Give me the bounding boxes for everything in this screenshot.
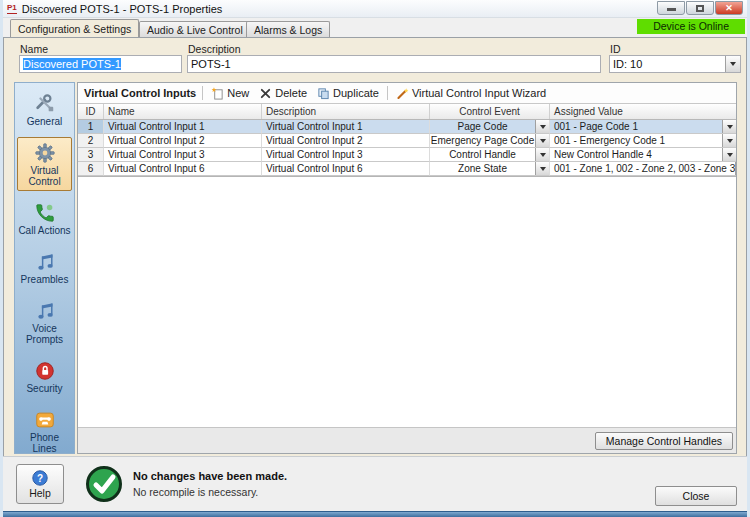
phone-lines-icon <box>34 409 56 431</box>
name-input[interactable]: Discovered POTS-1 <box>19 55 182 73</box>
control-event-dropdown-button[interactable] <box>535 148 549 161</box>
column-header-name[interactable]: Name <box>104 104 262 119</box>
row-name-cell[interactable]: Virtual Control Input 2 <box>104 134 262 148</box>
panel-bottom-bar: Manage Control Handles <box>78 427 736 453</box>
assigned-value-dropdown-button[interactable] <box>735 162 736 175</box>
properties-window: P1 Discovered POTS-1 - POTS-1 Properties… <box>0 0 750 517</box>
assigned-value-dropdown-button[interactable] <box>722 120 736 133</box>
virtual-control-input-wizard-button[interactable]: Virtual Control Input Wizard <box>394 86 548 101</box>
row-assigned-value-cell[interactable]: 001 - Zone 1, 002 - Zone 2, 003 - Zone 3 <box>550 162 736 176</box>
column-header-id[interactable]: ID <box>78 104 104 119</box>
tab-audio-live-control[interactable]: Audio & Live Control <box>139 21 251 37</box>
row-assigned-value-cell[interactable]: 001 - Page Code 1 <box>550 120 736 134</box>
sidebar-item-preambles[interactable]: Preambles <box>17 246 72 289</box>
column-header-description[interactable]: Description <box>262 104 430 119</box>
id-label: ID <box>610 43 621 55</box>
manage-control-handles-button[interactable]: Manage Control Handles <box>595 432 733 450</box>
sidebar: General <box>14 82 75 454</box>
id-combobox[interactable]: ID: 10 <box>609 55 741 73</box>
column-header-assigned-value[interactable]: Assigned Value <box>550 104 736 119</box>
table-row[interactable]: 2 Virtual Control Input 2 Virtual Contro… <box>78 134 736 148</box>
duplicate-pages-icon <box>317 87 330 100</box>
configuration-settings-page: Name Discovered POTS-1 Description POTS-… <box>3 37 747 456</box>
tab-alarms-logs[interactable]: Alarms & Logs <box>246 21 330 37</box>
control-event-dropdown-button[interactable] <box>535 134 549 147</box>
toolbar-separator <box>202 86 203 100</box>
minimize-button[interactable] <box>657 1 685 15</box>
panel-toolbar: Virtual Control Inputs New Delete <box>78 83 736 104</box>
row-description-cell[interactable]: Virtual Control Input 3 <box>262 148 430 162</box>
help-button[interactable]: ? Help <box>16 464 64 504</box>
description-label: Description <box>188 43 241 55</box>
maximize-icon <box>696 5 704 12</box>
assigned-value: New Control Handle 4 <box>550 148 722 161</box>
row-control-event-cell[interactable]: Zone State <box>430 162 550 176</box>
assigned-value: 001 - Zone 1, 002 - Zone 2, 003 - Zone 3 <box>550 162 735 175</box>
sidebar-item-virtual-control[interactable]: Virtual Control <box>17 137 72 191</box>
minimize-icon <box>667 8 676 11</box>
row-control-event-cell[interactable]: Control Handle <box>430 148 550 162</box>
music-notes-icon <box>34 300 56 322</box>
virtual-control-inputs-panel: Virtual Control Inputs New Delete <box>77 82 737 454</box>
id-dropdown-button[interactable] <box>725 56 740 72</box>
delete-button[interactable]: Delete <box>257 86 309 101</box>
row-assigned-value-cell[interactable]: 001 - Emergency Code 1 <box>550 134 736 148</box>
title-bar[interactable]: P1 Discovered POTS-1 - POTS-1 Properties… <box>3 0 747 18</box>
table-row[interactable]: 6 Virtual Control Input 6 Virtual Contro… <box>78 162 736 176</box>
table-row[interactable]: 3 Virtual Control Input 3 Virtual Contro… <box>78 148 736 162</box>
row-id-cell: 3 <box>78 148 104 162</box>
sidebar-item-call-actions[interactable]: Call Actions <box>17 197 72 240</box>
table-row[interactable]: 1 Virtual Control Input 1 Virtual Contro… <box>78 120 736 134</box>
wizard-button-label: Virtual Control Input Wizard <box>412 87 546 99</box>
sidebar-item-label: Preambles <box>21 274 69 285</box>
tab-configuration-settings[interactable]: Configuration & Settings <box>10 19 139 37</box>
assigned-value-dropdown-button[interactable] <box>722 134 736 147</box>
description-input[interactable]: POTS-1 <box>187 55 601 73</box>
new-page-icon <box>211 87 224 100</box>
delete-x-icon <box>259 87 272 100</box>
row-description-cell[interactable]: Virtual Control Input 6 <box>262 162 430 176</box>
phone-call-icon <box>34 202 56 224</box>
virtual-control-inputs-table: ID Name Description Control Event Assign… <box>78 104 736 177</box>
table-header-row: ID Name Description Control Event Assign… <box>78 104 736 120</box>
close-window-button[interactable]: ✕ <box>715 1 743 15</box>
row-assigned-value-cell[interactable]: New Control Handle 4 <box>550 148 736 162</box>
assigned-value-dropdown-button[interactable] <box>722 148 736 161</box>
device-online-badge: Device is Online <box>637 19 745 34</box>
id-combobox-value: ID: 10 <box>613 58 642 70</box>
row-name-cell[interactable]: Virtual Control Input 3 <box>104 148 262 162</box>
sidebar-item-security[interactable]: Security <box>17 355 72 398</box>
app-icon: P1 <box>7 3 17 14</box>
lock-icon <box>34 360 56 382</box>
help-question-icon: ? <box>32 470 48 486</box>
row-description-cell[interactable]: Virtual Control Input 1 <box>262 120 430 134</box>
row-id-cell: 6 <box>78 162 104 176</box>
sidebar-item-phone-lines[interactable]: Phone Lines <box>17 404 72 458</box>
name-label: Name <box>20 43 48 55</box>
new-button[interactable]: New <box>209 86 251 101</box>
row-name-cell[interactable]: Virtual Control Input 6 <box>104 162 262 176</box>
sidebar-item-label: Phone Lines <box>18 432 71 454</box>
row-description-cell[interactable]: Virtual Control Input 2 <box>262 134 430 148</box>
control-event-dropdown-button[interactable] <box>535 162 549 175</box>
row-id-cell: 1 <box>78 120 104 134</box>
success-check-icon <box>85 465 123 503</box>
duplicate-button[interactable]: Duplicate <box>315 86 381 101</box>
maximize-button[interactable] <box>686 1 714 15</box>
sidebar-item-label: Voice Prompts <box>18 323 71 345</box>
close-button[interactable]: Close <box>655 486 737 506</box>
panel-title: Virtual Control Inputs <box>84 87 196 99</box>
control-event-dropdown-button[interactable] <box>535 120 549 133</box>
column-header-control-event[interactable]: Control Event <box>430 104 550 119</box>
window-bottom-frame <box>3 511 747 517</box>
row-control-event-cell[interactable]: Page Code <box>430 120 550 134</box>
toolbar-separator <box>387 86 388 100</box>
gear-icon <box>34 142 56 164</box>
sidebar-item-voice-prompts[interactable]: Voice Prompts <box>17 295 72 349</box>
svg-text:?: ? <box>37 472 43 483</box>
row-name-cell[interactable]: Virtual Control Input 1 <box>104 120 262 134</box>
control-event-value: Emergency Page Code <box>430 134 535 147</box>
sidebar-item-label: Security <box>26 383 62 394</box>
sidebar-item-general[interactable]: General <box>17 88 72 131</box>
row-control-event-cell[interactable]: Emergency Page Code <box>430 134 550 148</box>
